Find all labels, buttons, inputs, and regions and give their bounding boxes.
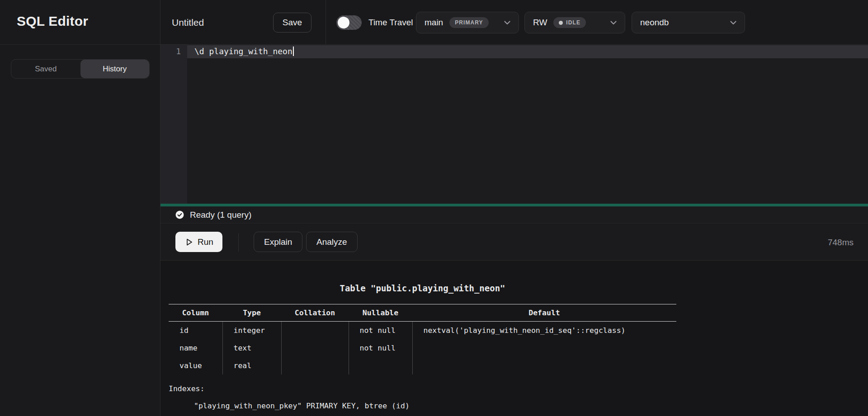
table-cell: value [169, 357, 222, 374]
primary-badge: PRIMARY [449, 17, 488, 28]
database-selector[interactable]: neondb [632, 12, 745, 33]
sql-editor-area[interactable]: 1 \d playing_with_neon [160, 45, 868, 204]
table-cell [281, 322, 349, 339]
database-name: neondb [640, 18, 669, 28]
header-divider [326, 0, 326, 44]
table-cell: real [222, 357, 281, 374]
code-text: \d playing_with_neon [194, 47, 292, 56]
run-button[interactable]: Run [175, 232, 222, 252]
results-content: Table "public.playing_with_neon" ColumnT… [169, 261, 676, 415]
table-row: nametextnot null [169, 339, 676, 357]
toolbar-divider [238, 233, 239, 252]
time-travel-toggle[interactable] [336, 15, 362, 30]
sidebar-header: SQL Editor [0, 0, 160, 45]
table-header-row: ColumnTypeCollationNullableDefault [169, 304, 676, 322]
chevron-down-icon [609, 18, 618, 28]
table-cell: nextval('playing_with_neon_id_seq'::regc… [412, 322, 676, 339]
line-number: 1 [160, 47, 181, 56]
index-entry: "playing_with_neon_pkey" PRIMARY KEY, bt… [169, 397, 676, 415]
query-toolbar: Run Explain Analyze 748ms [160, 224, 868, 261]
idle-badge: IDLE [553, 17, 586, 28]
query-duration: 748ms [828, 224, 854, 261]
document-title: Untitled [172, 0, 204, 45]
branch-name: main [425, 18, 443, 28]
status-bar: Ready (1 query) [160, 206, 868, 224]
toggle-knob [338, 17, 349, 28]
table-row: idintegernot nullnextval('playing_with_n… [169, 322, 676, 339]
table-cell [281, 339, 349, 357]
table-header-cell: Type [222, 304, 281, 322]
saved-history-segmented-control: Saved History [11, 59, 150, 79]
branch-selector[interactable]: main PRIMARY [416, 12, 519, 33]
table-cell: integer [222, 322, 281, 339]
table-row: valuereal [169, 357, 676, 374]
table-header-cell: Collation [281, 304, 349, 322]
analyze-button[interactable]: Analyze [306, 232, 358, 252]
table-cell: id [169, 322, 222, 339]
table-header-cell: Column [169, 304, 222, 322]
sidebar: SQL Editor Saved History [0, 0, 160, 416]
table-cell [281, 357, 349, 374]
table-cell [412, 339, 676, 357]
sql-editor-title: SQL Editor [17, 14, 88, 29]
save-button[interactable]: Save [273, 13, 311, 33]
play-icon [184, 238, 193, 247]
text-cursor [293, 47, 294, 56]
editor-gutter [160, 45, 187, 204]
chevron-down-icon [502, 18, 512, 28]
idle-status-text: IDLE [566, 19, 580, 26]
table-cell: not null [349, 322, 412, 339]
compute-name: RW [533, 18, 547, 28]
code-line[interactable]: \d playing_with_neon [194, 47, 294, 56]
run-label: Run [198, 237, 213, 247]
table-cell: not null [349, 339, 412, 357]
time-travel-label: Time Travel [368, 0, 413, 45]
results-table: ColumnTypeCollationNullableDefault idint… [169, 304, 676, 374]
check-circle-icon [175, 210, 184, 219]
table-cell: text [222, 339, 281, 357]
table-header-cell: Default [412, 304, 676, 322]
table-cell: name [169, 339, 222, 357]
chevron-down-icon [728, 18, 738, 28]
explain-button[interactable]: Explain [254, 232, 302, 252]
idle-dot-icon [559, 21, 563, 25]
table-cell [349, 357, 412, 374]
indexes-label: Indexes: [169, 380, 676, 397]
compute-selector[interactable]: RW IDLE [524, 12, 625, 33]
table-cell [412, 357, 676, 374]
results-panel: Table "public.playing_with_neon" ColumnT… [160, 261, 868, 416]
table-header-cell: Nullable [349, 304, 412, 322]
tab-saved[interactable]: Saved [11, 60, 80, 78]
status-text: Ready (1 query) [190, 210, 251, 220]
top-bar: Untitled Save Time Travel main PRIMARY R… [160, 0, 868, 45]
results-title: Table "public.playing_with_neon" [169, 283, 676, 293]
tab-history[interactable]: History [80, 60, 150, 78]
